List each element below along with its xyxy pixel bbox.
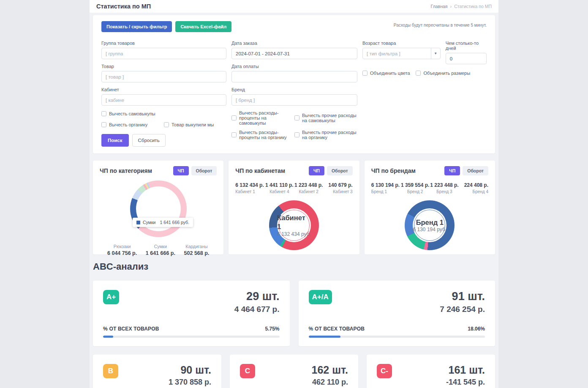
legend-value: 1 441 110 р. [265, 182, 294, 188]
checkbox-subtract-other-costs-organic[interactable]: Вычесть прочие расходы на органику [294, 130, 357, 140]
donut-accent-ring [414, 210, 445, 241]
toggle-turnover[interactable]: Оборот [191, 166, 217, 175]
toggle-net-profit[interactable]: ЧП [173, 166, 189, 175]
checkbox-icon [164, 122, 169, 127]
abc-progress-fill [309, 336, 340, 338]
abc-badge: C- [377, 364, 392, 378]
legend-item: 1 441 110 р.Кабинет 4 [265, 182, 294, 194]
legend-swatch-icon [136, 221, 140, 224]
abc-sum: 4 464 677 р. [234, 305, 280, 314]
legend-value: 1 223 448 р. [294, 182, 323, 188]
order-date-label: Дата заказа [231, 41, 357, 46]
checkbox-subtract-organic[interactable]: Вычесть органику [101, 121, 164, 128]
toggle-turnover[interactable]: Оборот [327, 166, 353, 175]
brands-legend: 6 130 194 р.Бренд 11 359 554 р.Бренд 21 … [371, 182, 488, 194]
abc-section-heading: ABC-анализ [93, 261, 495, 272]
toggle-net-profit[interactable]: ЧП [444, 166, 460, 175]
filter-column-1: Группа товаров Товар Кабинет Вычесть сам… [101, 41, 226, 147]
reset-button[interactable]: Сбросить [132, 134, 166, 147]
abc-count: 90 шт. [169, 364, 211, 376]
legend-label: Рюкзаки [107, 244, 137, 249]
legend-value: 140 679 р. [323, 182, 352, 188]
legend-item: 1 359 554 р.Бренд 2 [400, 182, 430, 194]
brands-donut-chart[interactable]: Бренд 1 6 130 194 руб. [405, 200, 455, 250]
checkbox-subtract-percent-costs-self-buyouts[interactable]: Вычесть расходы-проценты на самовыкупы [231, 110, 294, 126]
legend-value: 224 408 р. [459, 182, 488, 188]
abc-sum: 462 110 р. [312, 378, 348, 387]
legend-item: Кардиганы502 568 р. [184, 244, 210, 256]
legend-value: 6 132 434 р. [235, 182, 264, 188]
checkbox-icon [294, 115, 299, 120]
legend-item: Рюкзаки6 044 756 р. [107, 244, 137, 256]
checkbox-merge-sizes[interactable]: Объединить размеры [416, 70, 487, 77]
pay-date-input[interactable] [231, 71, 357, 82]
breadcrumb-home-link[interactable]: Главная [431, 4, 448, 9]
checkbox-subtract-percent-costs-organic[interactable]: Вычесть расходы-проценты на органику [231, 130, 294, 140]
cabinets-donut-chart[interactable]: Кабинет 1 6 132 434 руб. [269, 200, 319, 250]
chart-title: ЧП по брендам [371, 167, 416, 174]
chart-tooltip: Сумки 1 641 666 руб. [133, 218, 193, 227]
abc-row-2: B 90 шт. 1 370 858 р. % ОТ ВСЕХ ТОВАРОВ … [93, 355, 495, 388]
legend-item: 224 408 р.Бренд 4 [459, 182, 488, 194]
chart-title: ЧП по кабинетам [235, 167, 285, 174]
caret-down-icon: ▼ [431, 48, 440, 59]
filter-column-2: Дата заказа Дата оплаты Бренд Вычесть ра… [231, 41, 357, 147]
chart-title: ЧП по категориям [100, 167, 152, 174]
legend-label: Кабинет 3 [323, 189, 352, 194]
toggle-turnover[interactable]: Оборот [463, 166, 488, 175]
abc-card-a-plus-a: A+/A 91 шт. 7 246 254 р. % ОТ ВСЕХ ТОВАР… [299, 281, 495, 346]
checkbox-subtract-other-costs-self-buyouts[interactable]: Вычесть прочие расходы на самовыкупы [294, 110, 357, 126]
breadcrumb: Главная › Статистика по МП [431, 4, 492, 9]
legend-item: 140 679 р.Кабинет 3 [323, 182, 352, 194]
checkbox-icon [231, 132, 237, 137]
toggle-net-profit[interactable]: ЧП [309, 166, 324, 175]
legend-value: 1 641 666 р. [146, 250, 175, 256]
legend-label: Бренд 4 [459, 189, 488, 194]
abc-card-c: C 162 шт. 462 110 р. % ОТ ВСЕХ ТОВАРОВ 3… [230, 355, 358, 388]
checkbox-subtract-self-buyouts[interactable]: Вычесть самовыкупы [101, 110, 164, 117]
abc-card-a-plus: A+ 29 шт. 4 464 677 р. % ОТ ВСЕХ ТОВАРОВ… [93, 281, 290, 346]
checkbox-we-bought-product[interactable]: Товар выкупили мы [164, 121, 226, 128]
product-age-select[interactable]: [ тип фильтра ] ▼ [362, 48, 441, 59]
abc-count: 29 шт. [234, 290, 280, 303]
toggle-filter-button[interactable]: Показать / скрыть фильтр [101, 21, 172, 32]
group-label: Группа товаров [101, 41, 226, 46]
page-content: Статистика по МП Главная › Статистика по… [90, 0, 498, 388]
legend-label: Кабинет 4 [265, 189, 294, 194]
abc-badge: C [240, 364, 255, 378]
cabinet-input[interactable] [101, 94, 226, 106]
page-title: Статистика по МП [96, 3, 151, 10]
categories-donut-chart[interactable] [130, 180, 187, 237]
abc-count: 91 шт. [440, 290, 485, 303]
download-excel-button[interactable]: Скачать Excel-файл [175, 21, 231, 32]
search-button[interactable]: Поиск [101, 134, 129, 147]
product-input[interactable] [101, 71, 226, 82]
abc-progress-track [103, 336, 280, 338]
pay-date-label: Дата оплаты [231, 64, 357, 69]
abc-card-b: B 90 шт. 1 370 858 р. % ОТ ВСЕХ ТОВАРОВ … [93, 355, 221, 388]
brand-input[interactable] [231, 94, 357, 106]
days-label: Чем столько-то дней [446, 41, 487, 51]
abc-sum: 7 246 254 р. [440, 305, 485, 314]
group-input[interactable] [101, 48, 226, 59]
legend-item: 6 130 194 р.Бренд 1 [371, 182, 400, 194]
legend-item: Сумки1 641 666 р. [146, 244, 175, 256]
legend-value: 502 568 р. [184, 250, 210, 256]
cabinets-legend: 6 132 434 р.Кабинет 11 441 110 р.Кабинет… [235, 182, 352, 194]
days-input[interactable] [446, 53, 487, 64]
checkbox-merge-colors[interactable]: Объединить цвета [362, 70, 416, 77]
legend-label: Кардиганы [184, 244, 210, 249]
checkbox-icon [101, 111, 106, 116]
order-date-input[interactable] [231, 48, 357, 59]
abc-count: 161 шт. [446, 364, 485, 376]
legend-value: 1 223 448 р. [430, 182, 459, 188]
checkbox-icon [416, 71, 421, 76]
cabinet-label: Кабинет [101, 87, 226, 92]
abc-percent-label: % ОТ ВСЕХ ТОВАРОВ [309, 326, 365, 332]
abc-progress-fill [103, 336, 113, 338]
abc-progress-track [309, 336, 485, 338]
checkbox-icon [231, 115, 237, 120]
abc-count: 162 шт. [312, 364, 348, 376]
legend-label: Кабинет 2 [294, 189, 323, 194]
breadcrumb-current: Статистика по МП [454, 4, 492, 9]
